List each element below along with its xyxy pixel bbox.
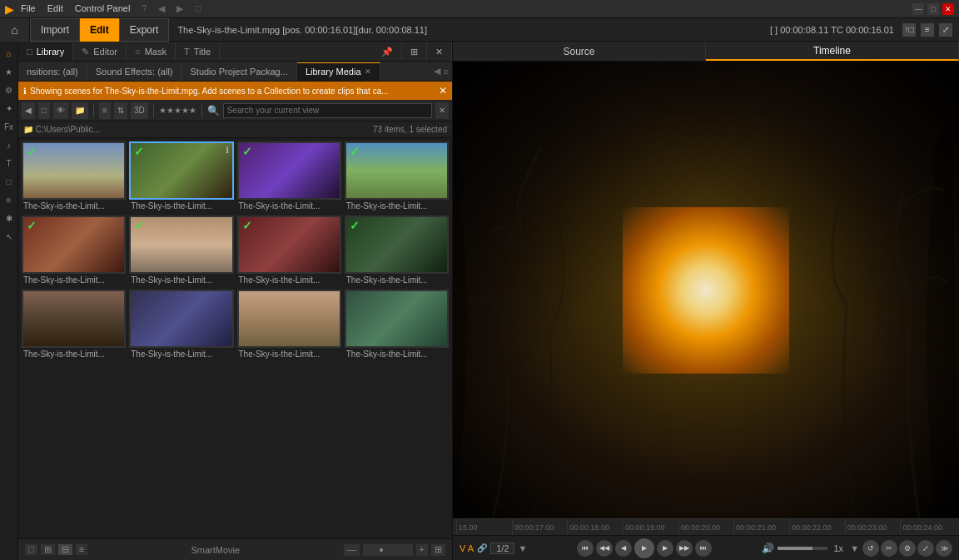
subtab-close-icon[interactable]: ✕: [365, 67, 371, 76]
list-item[interactable]: ✓ The-Sky-is-the-Limit...: [22, 141, 126, 212]
sub-tabs-right: ◀ ≡: [434, 66, 452, 77]
ratio-dropdown-icon[interactable]: ▼: [518, 543, 527, 553]
media-3d-btn[interactable]: 3D: [131, 102, 148, 119]
more-button[interactable]: ≫: [936, 540, 952, 557]
view-mode-btn-4[interactable]: ≡: [76, 544, 87, 555]
export-button[interactable]: Export: [119, 18, 170, 42]
minimize-button[interactable]: —: [912, 3, 924, 15]
settings-button[interactable]: ⚙: [899, 540, 916, 557]
sidebar-icon-shape[interactable]: □: [1, 173, 17, 190]
tab-editor[interactable]: ✎ Editor: [73, 42, 127, 61]
playback-controls: V A 🔗 1/2 ▼ ⏮ ◀◀ ◀ ▶ ▶ ▶▶ ⏭ 🔊 1: [453, 535, 959, 560]
sidebar-icon-effects[interactable]: ✦: [1, 100, 17, 116]
info-text: Showing scenes for The-Sky-is-the-Limit.…: [30, 87, 389, 96]
sidebar-icon-star[interactable]: ★: [1, 63, 17, 80]
media-check-icon: ✓: [350, 145, 360, 158]
zoom-slider[interactable]: [363, 544, 413, 556]
close-button[interactable]: ✕: [942, 3, 954, 15]
media-list-btn[interactable]: ≡: [99, 102, 111, 119]
sidebar-icon-wand[interactable]: ✱: [1, 210, 17, 226]
speed-dropdown[interactable]: ▼: [850, 543, 859, 553]
list-item[interactable]: The-Sky-is-the-Limit...: [237, 290, 341, 360]
subtab-studio[interactable]: Studio Project Packag...: [181, 62, 296, 81]
media-folder-btn[interactable]: 📁: [72, 102, 88, 119]
list-item[interactable]: The-Sky-is-the-Limit...: [129, 290, 233, 360]
edit-button[interactable]: Edit: [80, 18, 119, 42]
loop-button[interactable]: ↺: [862, 540, 879, 557]
import-button[interactable]: Import: [30, 18, 80, 42]
skip-end-button[interactable]: ⏭: [695, 540, 712, 557]
fullscreen-button[interactable]: ⤢: [917, 540, 934, 557]
menu-control-panel[interactable]: Control Panel: [75, 3, 131, 14]
sidebar-icon-fx[interactable]: Fx: [1, 118, 17, 135]
import-label: Import: [41, 24, 69, 36]
list-item[interactable]: ✓ The-Sky-is-the-Limit...: [237, 216, 341, 286]
tab-close[interactable]: ✕: [427, 42, 452, 61]
sidebar-icon-layers[interactable]: ≡: [1, 191, 17, 208]
subtab-sound[interactable]: Sound Effects: (all): [87, 62, 182, 81]
tab-title[interactable]: T Title: [176, 42, 220, 61]
media-clear-btn[interactable]: ✕: [435, 102, 449, 119]
tab-timeline[interactable]: Timeline: [706, 42, 959, 61]
subtab-arrow-left[interactable]: ◀: [434, 66, 440, 77]
subtab-menu[interactable]: ≡: [444, 67, 449, 77]
tab-pin[interactable]: 📌: [373, 42, 402, 61]
maximize-button[interactable]: □: [927, 3, 939, 15]
next-frame-button[interactable]: ▶▶: [676, 540, 693, 557]
view-mode-btn-3[interactable]: ⊟: [58, 544, 72, 555]
prev-button[interactable]: ◀: [615, 540, 632, 557]
view-mode-btn-2[interactable]: ⊞: [41, 544, 55, 555]
mask-tab-label: Mask: [145, 47, 166, 57]
expand-icon[interactable]: ⤢: [939, 23, 952, 37]
menu-edit[interactable]: Edit: [47, 3, 63, 14]
view-mode-btn-1[interactable]: □: [25, 544, 37, 555]
media-eye-btn[interactable]: 👁: [53, 102, 68, 119]
list-item[interactable]: ✓ The-Sky-is-the-Limit...: [345, 216, 449, 286]
zoom-out-btn[interactable]: —: [344, 544, 360, 556]
list-item[interactable]: ✓ The-Sky-is-the-Limit...: [237, 141, 341, 212]
volume-slider[interactable]: [778, 547, 827, 550]
menu-back[interactable]: ◀: [158, 3, 165, 14]
play-button[interactable]: ▶: [634, 538, 654, 558]
path-bar: 📁 C:\Users\Public... 73 items, 1 selecte…: [18, 121, 452, 138]
ratio-selector[interactable]: 1/2: [490, 543, 514, 554]
tab-mask[interactable]: ○ Mask: [127, 42, 176, 61]
zoom-in-btn[interactable]: +: [416, 544, 428, 556]
media-search-input[interactable]: [223, 103, 432, 118]
menu-forward[interactable]: ▶: [176, 3, 183, 14]
prev-frame-button[interactable]: ◀◀: [596, 540, 613, 557]
info-close-button[interactable]: ✕: [439, 85, 447, 97]
subtab-library-media[interactable]: Library Media ✕: [297, 62, 380, 81]
tab-expand[interactable]: ⊞: [402, 42, 427, 61]
media-thumb-btn[interactable]: □: [38, 102, 50, 119]
media-thumb-wrap: ✓: [345, 141, 449, 200]
list-item[interactable]: The-Sky-is-the-Limit...: [22, 290, 126, 360]
grid-btn[interactable]: ⊞: [431, 544, 445, 556]
sidebar-icon-text[interactable]: T: [1, 155, 17, 171]
list-item[interactable]: The-Sky-is-the-Limit...: [345, 290, 449, 360]
subtab-transitions[interactable]: nsitions: (all): [18, 62, 87, 81]
list-item[interactable]: ✓ ℹ The-Sky-is-the-Limit...: [129, 141, 233, 212]
media-sort-btn[interactable]: ⇅: [114, 102, 127, 119]
tab-source[interactable]: Source: [453, 42, 706, 61]
next-button[interactable]: ▶: [657, 540, 673, 557]
tab-library[interactable]: □ Library: [18, 42, 73, 61]
menu-doc[interactable]: □: [195, 3, 201, 14]
export-file-icon[interactable]: ↑□: [902, 23, 916, 37]
list-item[interactable]: ✓ The-Sky-is-the-Limit...: [22, 216, 126, 286]
sidebar-icon-settings[interactable]: ⚙: [1, 82, 17, 98]
panel-tabs: □ Library ✎ Editor ○ Mask T Title 📌 ⊞ ✕: [18, 42, 452, 62]
list-item[interactable]: ✓ The-Sky-is-the-Limit...: [129, 216, 233, 286]
menu-help-icon[interactable]: ?: [142, 3, 147, 14]
mask-tab-icon: ○: [135, 47, 141, 57]
clip-button[interactable]: ✂: [881, 540, 897, 557]
home-button[interactable]: ⌂: [0, 18, 30, 42]
menu-file[interactable]: File: [21, 3, 36, 14]
sidebar-icon-home[interactable]: ⌂: [1, 45, 17, 62]
media-back-btn[interactable]: ◀: [22, 102, 35, 119]
sidebar-icon-cursor[interactable]: ↖: [1, 228, 17, 245]
skip-start-button[interactable]: ⏮: [577, 540, 594, 557]
list-item[interactable]: ✓ The-Sky-is-the-Limit...: [345, 141, 449, 212]
sidebar-icon-music[interactable]: ♪: [1, 136, 17, 153]
settings-icon[interactable]: ≡: [921, 23, 934, 37]
